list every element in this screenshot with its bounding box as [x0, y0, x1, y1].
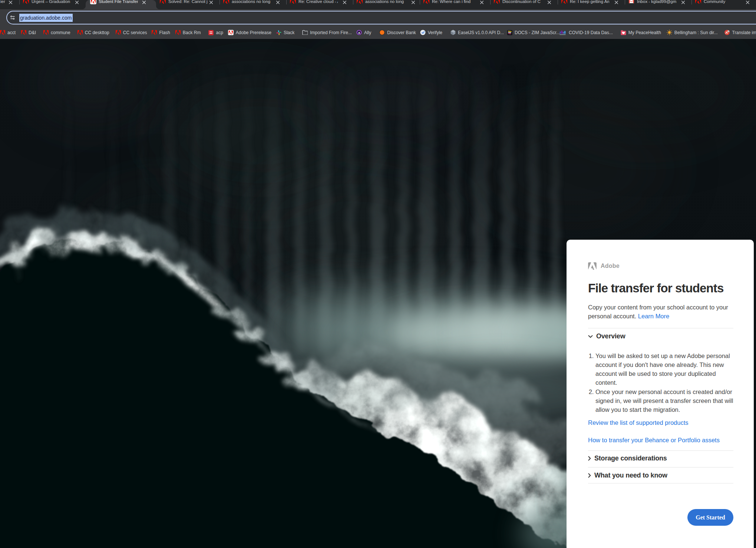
svg-text:文: 文 [727, 30, 729, 32]
svg-text:vf: vf [421, 31, 425, 35]
